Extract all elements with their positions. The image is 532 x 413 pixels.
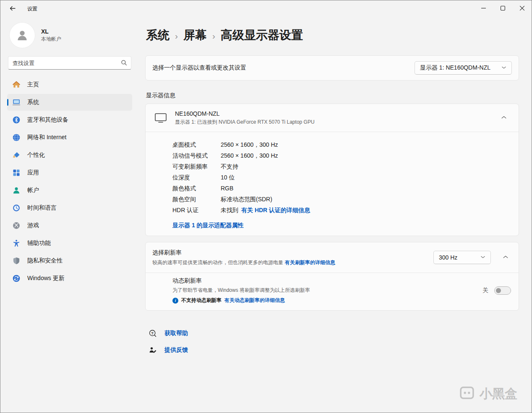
minimize-icon: [481, 5, 486, 12]
row-value: 不支持: [221, 163, 238, 170]
home-icon: [12, 81, 21, 89]
sidebar-item-label: 主页: [27, 81, 39, 88]
page-title: 高级显示器设置: [221, 27, 303, 43]
user-account-type: 本地帐户: [41, 36, 61, 43]
dynamic-refresh-unsupported: 不支持动态刷新率: [181, 297, 222, 304]
display-info-collapse-button[interactable]: [497, 111, 511, 125]
row-label: 颜色空间: [172, 195, 221, 203]
chevron-down-icon: [501, 65, 506, 71]
sidebar-item-home[interactable]: 主页: [7, 76, 132, 93]
refresh-rate-dropdown[interactable]: 300 Hz: [433, 251, 491, 264]
sidebar-item-label: 蓝牙和其他设备: [27, 116, 68, 124]
system-icon: [12, 98, 21, 106]
row-label: 活动信号模式: [172, 152, 221, 159]
sidebar-item-accounts[interactable]: 帐户: [7, 182, 132, 199]
heybox-logo-icon: [458, 384, 476, 404]
row-value: 未找到有关 HDR 认证的详细信息: [221, 206, 310, 214]
hdr-value: 未找到: [221, 207, 238, 213]
sidebar-item-label: 系统: [27, 99, 39, 106]
refresh-rate-value: 300 Hz: [439, 254, 457, 261]
sidebar-item-network[interactable]: 网络和 Internet: [7, 129, 132, 146]
table-row-signal-mode: 活动信号模式 2560 × 1600，300 Hz: [172, 152, 512, 159]
toggle-state-label: 关: [482, 287, 488, 294]
dynamic-refresh-title: 动态刷新率: [172, 277, 310, 285]
watermark-text: 小黑盒: [480, 385, 517, 403]
select-display-card: 选择一个显示器以查看或更改其设置 显示器 1: NE160QDM-NZL: [145, 55, 519, 81]
display-info-section-title: 显示器信息: [146, 92, 519, 99]
row-value: RGB: [221, 184, 233, 192]
search-box: [8, 56, 131, 70]
sidebar-item-bluetooth[interactable]: 蓝牙和其他设备: [7, 112, 132, 128]
sidebar-item-label: 网络和 Internet: [27, 134, 66, 141]
info-icon: i: [172, 298, 178, 304]
chevron-up-icon: [503, 254, 509, 261]
table-row-bit-depth: 位深度 10 位: [172, 174, 512, 181]
apps-grid-icon: [12, 169, 21, 177]
row-label: 颜色格式: [172, 184, 221, 192]
sidebar-item-label: 游戏: [27, 222, 39, 229]
svg-text:?: ?: [151, 331, 154, 335]
row-label: 可变刷新频率: [172, 163, 221, 170]
sidebar-item-system[interactable]: 系统: [7, 94, 132, 111]
feedback-link[interactable]: 提供反馈: [164, 346, 188, 354]
dynamic-refresh-texts: 动态刷新率 为了帮助节省电量，Windows 将刷新率调整为以上所选刷新率 i …: [172, 277, 310, 304]
search-input[interactable]: [8, 56, 131, 70]
refresh-rate-card: 选择刷新率 较高的速率可提供更流畅的动作，但也消耗更多的电源电量有关刷新率的详细…: [145, 242, 519, 311]
sidebar-item-gaming[interactable]: 游戏: [7, 217, 132, 234]
row-value: 2560 × 1600，300 Hz: [221, 141, 278, 148]
display-select-dropdown[interactable]: 显示器 1: NE160QDM-NZL: [415, 61, 512, 75]
chevron-down-icon: [480, 254, 485, 261]
settings-window: 设置 XL 本地帐户: [0, 0, 532, 413]
back-arrow-icon: [9, 5, 16, 13]
maximize-button[interactable]: [493, 0, 512, 16]
refresh-rate-row: 选择刷新率 较高的速率可提供更流畅的动作，但也消耗更多的电源电量有关刷新率的详细…: [146, 242, 519, 273]
sidebar-item-apps[interactable]: 应用: [7, 164, 132, 181]
person-icon: [15, 28, 29, 42]
display-info-header[interactable]: NE160QDM-NZL 显示器 1: 已连接到 NVIDIA GeForce …: [146, 104, 519, 132]
sidebar-item-label: 帐户: [27, 187, 39, 194]
sidebar-item-privacy[interactable]: 隐私和安全性: [7, 252, 132, 269]
breadcrumb-separator: ›: [175, 29, 178, 41]
breadcrumb-separator: ›: [212, 29, 215, 41]
refresh-rate-description: 较高的速率可提供更流畅的动作，但也消耗更多的电源电量有关刷新率的详细信息: [152, 259, 335, 266]
user-info: XL 本地帐户: [41, 28, 61, 43]
table-row-hdr: HDR 认证 未找到有关 HDR 认证的详细信息: [172, 206, 512, 214]
sidebar-item-label: Windows 更新: [27, 275, 65, 282]
back-button[interactable]: [6, 3, 19, 15]
dynamic-refresh-toggle[interactable]: [494, 286, 511, 295]
toggle-knob: [496, 288, 501, 293]
sidebar-item-windows-update[interactable]: Windows 更新: [7, 270, 132, 287]
dynamic-refresh-details-link[interactable]: 有关动态刷新率的详细信息: [224, 297, 285, 304]
sidebar-item-personalization[interactable]: 个性化: [7, 147, 132, 164]
dynamic-refresh-description: 为了帮助节省电量，Windows 将刷新率调整为以上所选刷新率: [172, 287, 310, 294]
refresh-rate-collapse-button[interactable]: [498, 250, 513, 265]
refresh-rate-details-link[interactable]: 有关刷新率的详细信息: [285, 260, 335, 265]
user-profile[interactable]: XL 本地帐户: [10, 23, 132, 48]
minimize-button[interactable]: [474, 0, 493, 16]
row-label: 位深度: [172, 174, 221, 181]
sidebar-item-accessibility[interactable]: 辅助功能: [7, 235, 132, 252]
get-help-link[interactable]: 获取帮助: [164, 330, 188, 337]
breadcrumb-display[interactable]: 屏幕: [183, 27, 207, 43]
accounts-person-icon: [12, 186, 21, 195]
breadcrumb: 系统 › 屏幕 › 高级显示器设置: [146, 27, 519, 43]
hdr-details-link[interactable]: 有关 HDR 认证的详细信息: [241, 207, 310, 213]
display-select-value: 显示器 1: NE160QDM-NZL: [420, 64, 490, 72]
breadcrumb-system[interactable]: 系统: [146, 27, 170, 43]
footer-links: ? 获取帮助 提供反馈: [149, 328, 519, 355]
sidebar-item-label: 时间和语言: [27, 204, 57, 212]
row-label: 桌面模式: [172, 141, 221, 148]
clock-icon: [12, 204, 21, 212]
row-value: 10 位: [221, 174, 235, 181]
sidebar-item-time-language[interactable]: 时间和语言: [7, 200, 132, 216]
get-help-row: ? 获取帮助: [149, 328, 519, 338]
table-row-color-format: 颜色格式 RGB: [172, 184, 512, 192]
paintbrush-icon: [12, 151, 21, 159]
search-icon: [121, 60, 127, 68]
accessibility-person-icon: [12, 239, 21, 247]
window-title: 设置: [27, 5, 37, 13]
display-info-titles: NE160QDM-NZL 显示器 1: 已连接到 NVIDIA GeForce …: [175, 110, 315, 126]
close-button[interactable]: [512, 0, 532, 16]
display-adapter-properties-link[interactable]: 显示器 1 的显示适配器属性: [172, 222, 244, 229]
help-icon: ?: [149, 329, 157, 338]
